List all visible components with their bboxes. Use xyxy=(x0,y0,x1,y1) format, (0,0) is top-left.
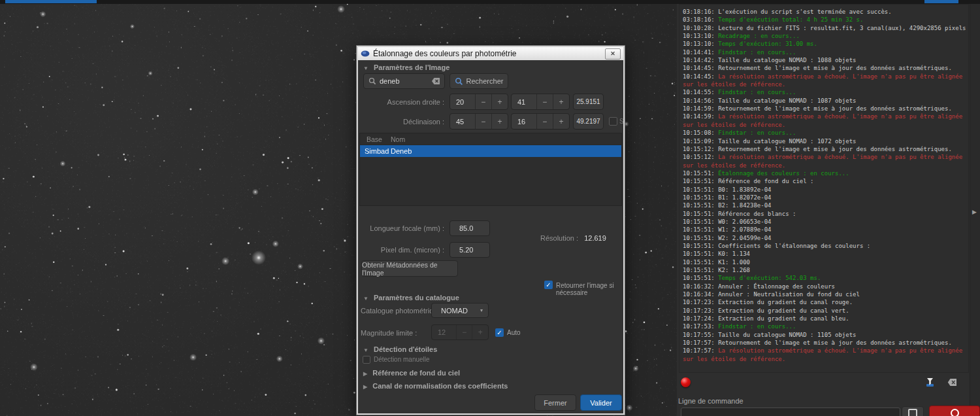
log-line: 10:15:51: W0: 2.06653e-04 xyxy=(683,218,968,226)
log-line: 10:15:51: K0: 1.134 xyxy=(683,250,968,258)
log-line: 10:17:23: Extraction du gradient du cana… xyxy=(683,298,968,306)
log-line: 10:17:23: Extraction du gradient du cana… xyxy=(683,307,968,315)
log-line: 10:15:51: Référence de fond du ciel : xyxy=(683,177,968,185)
log-line: 03:18:16: L'exécution du script s'est te… xyxy=(683,8,968,16)
pcc-dialog: Étalonnage des couleurs par photométrie … xyxy=(357,46,625,415)
active-indicator-right xyxy=(924,0,958,3)
clear-log-icon[interactable] xyxy=(947,377,957,387)
triangle-right-icon: ▶ xyxy=(363,384,367,390)
section-normalisation-channel[interactable]: ▶ Canal de normalisation des coefficient… xyxy=(363,382,508,390)
minus-icon[interactable]: − xyxy=(536,94,553,109)
log-line: 10:14:42: Taille du catalogue NOMAD : 10… xyxy=(683,56,968,64)
log-line: 10:15:51: Référence des blancs : xyxy=(683,210,968,218)
log-line: 10:14:56: Taille du catalogue NOMAD : 10… xyxy=(683,97,968,105)
search-results-table[interactable]: Base Nom Simbad Deneb xyxy=(359,133,622,206)
log-line: 10:15:51: Étalonnage des couleurs : en c… xyxy=(683,169,968,177)
flip-image-checkbox[interactable]: ✓ xyxy=(544,281,553,289)
table-row[interactable]: Simbad Deneb xyxy=(360,145,621,157)
catalogue-dropdown[interactable]: NOMAD ▾ xyxy=(431,303,489,318)
flip-image-label: Retourner l'image si nécessaire xyxy=(556,282,623,296)
clear-search-icon[interactable] xyxy=(432,78,440,84)
siril-app-icon xyxy=(361,50,370,58)
plus-icon[interactable]: + xyxy=(553,114,569,129)
ra-seconds-field[interactable]: 25.9151 xyxy=(573,94,604,110)
panel-gutter: ▶ xyxy=(970,4,980,416)
command-input[interactable] xyxy=(681,407,900,416)
log-line: 10:14:59: La résolution astrométrique a … xyxy=(683,113,968,129)
get-metadata-button[interactable]: Obtenir Métadonnées de l'Image xyxy=(361,260,458,277)
ra-minutes-spinner[interactable]: 41 − + xyxy=(511,94,570,110)
log-line: 10:14:45: Retournement de l'image et mis… xyxy=(683,64,968,72)
minus-icon[interactable]: − xyxy=(475,114,491,129)
focal-input[interactable]: 85.0 xyxy=(449,220,490,236)
section-star-detection[interactable]: ▼ Détection d'étoiles xyxy=(363,345,437,353)
search-icon xyxy=(368,77,376,85)
dec-label: Déclinaison : xyxy=(358,118,444,126)
close-button[interactable]: Fermer xyxy=(534,394,576,411)
status-led xyxy=(681,377,691,387)
ra-hours-spinner[interactable]: 20 − + xyxy=(449,94,508,110)
triangle-down-icon: ▼ xyxy=(363,347,368,353)
log-line: 10:10:28: Lecture du fichier FITS : resu… xyxy=(683,24,968,32)
plus-icon[interactable]: + xyxy=(553,94,569,109)
south-label: S xyxy=(619,118,624,125)
minus-icon[interactable]: − xyxy=(536,114,553,129)
focal-label: Longueur focale (mm) : xyxy=(358,224,444,232)
object-search-input[interactable]: deneb xyxy=(363,73,445,89)
dec-minutes-spinner[interactable]: 16 − + xyxy=(511,113,570,130)
dec-seconds-field[interactable]: 49.2197 xyxy=(573,113,604,130)
log-line: 10:15:51: K1: 1.000 xyxy=(683,258,968,266)
plus-icon[interactable]: + xyxy=(491,94,508,109)
log-line: 10:15:51: Temps d'exécution: 542.03 ms. xyxy=(683,274,968,282)
check-icon: ✓ xyxy=(497,329,502,336)
resolution-label: Résolution : 12.619 xyxy=(540,234,606,242)
close-icon[interactable]: ✕ xyxy=(605,48,621,60)
minus-icon: − xyxy=(456,325,472,339)
log-line: 10:13:10: Recadrage : en cours... xyxy=(683,32,968,40)
stop-button[interactable] xyxy=(929,406,980,416)
pixel-input[interactable]: 5.20 xyxy=(449,242,490,258)
triangle-right-icon: ▶ xyxy=(363,371,367,377)
manual-detection-checkbox[interactable] xyxy=(363,356,370,364)
plus-icon: + xyxy=(472,325,488,339)
export-log-icon[interactable] xyxy=(925,377,935,387)
active-indicator-left xyxy=(5,0,97,3)
auto-magnitude-checkbox[interactable]: ✓ xyxy=(495,328,504,337)
square-icon xyxy=(908,409,917,416)
log-line: 10:16:32: Annuler : Étalonnage des coule… xyxy=(683,283,968,290)
apply-button[interactable]: Valider xyxy=(580,394,622,411)
console-toolbar xyxy=(677,377,970,394)
log-line: 03:18:16: Temps d'exécution total: 4 h 2… xyxy=(683,16,968,24)
log-line: 10:15:51: W2: 2.04599e-04 xyxy=(683,234,968,242)
log-output[interactable]: 03:18:16: L'exécution du script s'est te… xyxy=(679,4,969,373)
console-panel: 03:18:16: L'exécution du script s'est te… xyxy=(677,4,980,416)
check-icon: ✓ xyxy=(546,281,551,288)
search-button[interactable]: Rechercher xyxy=(449,73,508,89)
log-line: 10:17:55: Taille du catalogue NOMAD : 11… xyxy=(683,331,968,339)
stop-circle-icon xyxy=(951,409,959,416)
plus-icon[interactable]: + xyxy=(491,114,508,129)
manual-detection-label: Détection manuelle xyxy=(374,356,430,363)
section-background-reference[interactable]: ▶ Référence de fond du ciel xyxy=(363,369,460,377)
log-line: 10:16:34: Annuler : Neutralisation du fo… xyxy=(683,290,968,298)
log-line: 10:17:53: Findstar : en cours... xyxy=(683,322,968,330)
dialog-titlebar[interactable]: Étalonnage des couleurs par photométrie … xyxy=(358,47,623,61)
log-line: 10:14:45: La résolution astrométrique a … xyxy=(683,73,968,89)
log-line: 10:14:59: Retournement de l'image et mis… xyxy=(683,105,968,113)
minus-icon[interactable]: − xyxy=(475,94,491,109)
log-line: 10:15:51: K2: 1.268 xyxy=(683,266,968,274)
log-line: 10:14:41: Findstar : en cours... xyxy=(683,48,968,56)
south-checkbox[interactable] xyxy=(609,117,617,126)
auto-label: Auto xyxy=(507,329,521,336)
magnitude-label: Magnitude limite : xyxy=(361,329,417,337)
expand-arrow-icon[interactable]: ▶ xyxy=(972,209,977,215)
command-history-button[interactable] xyxy=(902,406,924,416)
section-catalogue-params[interactable]: ▼ Paramètres du catalogue xyxy=(363,294,459,302)
log-line: 10:15:51: B0: 1.83892e-04 xyxy=(683,186,968,194)
log-lines: 03:18:16: L'exécution du script s'est te… xyxy=(683,8,968,363)
dec-degrees-spinner[interactable]: 45 − + xyxy=(449,113,508,130)
search-value: deneb xyxy=(380,77,400,85)
log-line: 10:17:57: Retournement de l'image et mis… xyxy=(683,339,968,347)
section-image-params[interactable]: ▼ Paramètres de l'Image xyxy=(363,63,449,71)
log-line: 10:15:51: B1: 1.82072e-04 xyxy=(683,194,968,201)
